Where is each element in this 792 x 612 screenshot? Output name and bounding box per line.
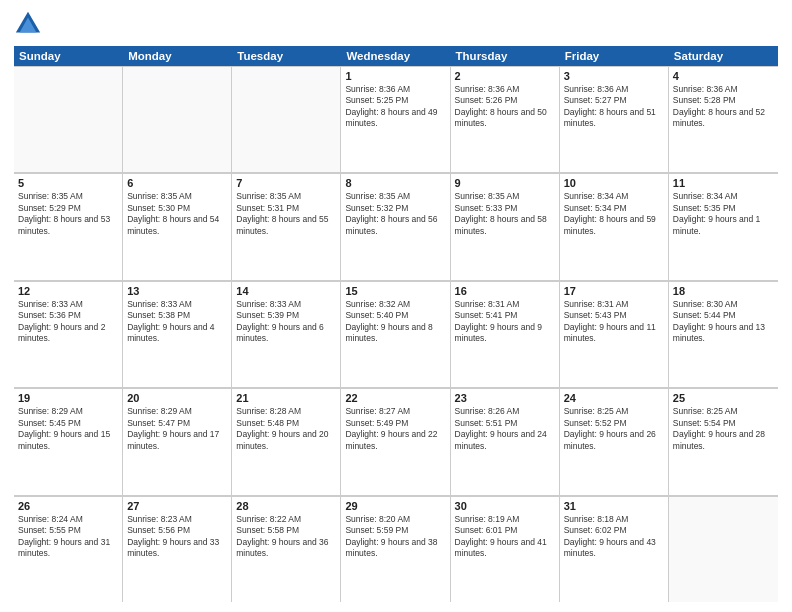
- cell-info: Sunrise: 8:31 AM Sunset: 5:41 PM Dayligh…: [455, 299, 555, 345]
- calendar-cell: 29Sunrise: 8:20 AM Sunset: 5:59 PM Dayli…: [341, 496, 450, 602]
- calendar-cell: 4Sunrise: 8:36 AM Sunset: 5:28 PM Daylig…: [669, 66, 778, 172]
- calendar-cell: 13Sunrise: 8:33 AM Sunset: 5:38 PM Dayli…: [123, 281, 232, 387]
- day-number: 17: [564, 285, 664, 297]
- day-number: 4: [673, 70, 774, 82]
- cell-info: Sunrise: 8:33 AM Sunset: 5:36 PM Dayligh…: [18, 299, 118, 345]
- calendar-cell: 18Sunrise: 8:30 AM Sunset: 5:44 PM Dayli…: [669, 281, 778, 387]
- day-number: 7: [236, 177, 336, 189]
- weekday-header: Wednesday: [341, 46, 450, 66]
- calendar-cell: [14, 66, 123, 172]
- calendar-cell: 16Sunrise: 8:31 AM Sunset: 5:41 PM Dayli…: [451, 281, 560, 387]
- page: SundayMondayTuesdayWednesdayThursdayFrid…: [0, 0, 792, 612]
- cell-info: Sunrise: 8:36 AM Sunset: 5:26 PM Dayligh…: [455, 84, 555, 130]
- weekday-header: Tuesday: [232, 46, 341, 66]
- logo: [14, 10, 46, 38]
- day-number: 14: [236, 285, 336, 297]
- day-number: 23: [455, 392, 555, 404]
- cell-info: Sunrise: 8:24 AM Sunset: 5:55 PM Dayligh…: [18, 514, 118, 560]
- cell-info: Sunrise: 8:25 AM Sunset: 5:52 PM Dayligh…: [564, 406, 664, 452]
- day-number: 31: [564, 500, 664, 512]
- weekday-header: Friday: [560, 46, 669, 66]
- calendar-row: 1Sunrise: 8:36 AM Sunset: 5:25 PM Daylig…: [14, 66, 778, 173]
- cell-info: Sunrise: 8:22 AM Sunset: 5:58 PM Dayligh…: [236, 514, 336, 560]
- day-number: 2: [455, 70, 555, 82]
- day-number: 22: [345, 392, 445, 404]
- calendar-cell: 28Sunrise: 8:22 AM Sunset: 5:58 PM Dayli…: [232, 496, 341, 602]
- cell-info: Sunrise: 8:28 AM Sunset: 5:48 PM Dayligh…: [236, 406, 336, 452]
- cell-info: Sunrise: 8:30 AM Sunset: 5:44 PM Dayligh…: [673, 299, 774, 345]
- day-number: 27: [127, 500, 227, 512]
- cell-info: Sunrise: 8:26 AM Sunset: 5:51 PM Dayligh…: [455, 406, 555, 452]
- weekday-header: Monday: [123, 46, 232, 66]
- cell-info: Sunrise: 8:31 AM Sunset: 5:43 PM Dayligh…: [564, 299, 664, 345]
- calendar-cell: 30Sunrise: 8:19 AM Sunset: 6:01 PM Dayli…: [451, 496, 560, 602]
- calendar-cell: 25Sunrise: 8:25 AM Sunset: 5:54 PM Dayli…: [669, 388, 778, 494]
- day-number: 15: [345, 285, 445, 297]
- calendar: SundayMondayTuesdayWednesdayThursdayFrid…: [14, 46, 778, 602]
- day-number: 30: [455, 500, 555, 512]
- calendar-cell: 12Sunrise: 8:33 AM Sunset: 5:36 PM Dayli…: [14, 281, 123, 387]
- calendar-cell: 21Sunrise: 8:28 AM Sunset: 5:48 PM Dayli…: [232, 388, 341, 494]
- cell-info: Sunrise: 8:32 AM Sunset: 5:40 PM Dayligh…: [345, 299, 445, 345]
- day-number: 5: [18, 177, 118, 189]
- day-number: 26: [18, 500, 118, 512]
- calendar-cell: 1Sunrise: 8:36 AM Sunset: 5:25 PM Daylig…: [341, 66, 450, 172]
- cell-info: Sunrise: 8:29 AM Sunset: 5:47 PM Dayligh…: [127, 406, 227, 452]
- day-number: 9: [455, 177, 555, 189]
- calendar-cell: 22Sunrise: 8:27 AM Sunset: 5:49 PM Dayli…: [341, 388, 450, 494]
- cell-info: Sunrise: 8:35 AM Sunset: 5:29 PM Dayligh…: [18, 191, 118, 237]
- day-number: 25: [673, 392, 774, 404]
- day-number: 28: [236, 500, 336, 512]
- cell-info: Sunrise: 8:33 AM Sunset: 5:39 PM Dayligh…: [236, 299, 336, 345]
- calendar-cell: 6Sunrise: 8:35 AM Sunset: 5:30 PM Daylig…: [123, 173, 232, 279]
- cell-info: Sunrise: 8:33 AM Sunset: 5:38 PM Dayligh…: [127, 299, 227, 345]
- calendar-cell: 24Sunrise: 8:25 AM Sunset: 5:52 PM Dayli…: [560, 388, 669, 494]
- calendar-cell: 7Sunrise: 8:35 AM Sunset: 5:31 PM Daylig…: [232, 173, 341, 279]
- cell-info: Sunrise: 8:35 AM Sunset: 5:32 PM Dayligh…: [345, 191, 445, 237]
- day-number: 16: [455, 285, 555, 297]
- weekday-header: Thursday: [451, 46, 560, 66]
- calendar-cell: 19Sunrise: 8:29 AM Sunset: 5:45 PM Dayli…: [14, 388, 123, 494]
- calendar-cell: 8Sunrise: 8:35 AM Sunset: 5:32 PM Daylig…: [341, 173, 450, 279]
- day-number: 11: [673, 177, 774, 189]
- cell-info: Sunrise: 8:27 AM Sunset: 5:49 PM Dayligh…: [345, 406, 445, 452]
- cell-info: Sunrise: 8:35 AM Sunset: 5:33 PM Dayligh…: [455, 191, 555, 237]
- calendar-row: 12Sunrise: 8:33 AM Sunset: 5:36 PM Dayli…: [14, 281, 778, 388]
- calendar-cell: 27Sunrise: 8:23 AM Sunset: 5:56 PM Dayli…: [123, 496, 232, 602]
- calendar-cell: 31Sunrise: 8:18 AM Sunset: 6:02 PM Dayli…: [560, 496, 669, 602]
- calendar-cell: 10Sunrise: 8:34 AM Sunset: 5:34 PM Dayli…: [560, 173, 669, 279]
- calendar-cell: 23Sunrise: 8:26 AM Sunset: 5:51 PM Dayli…: [451, 388, 560, 494]
- calendar-cell: 11Sunrise: 8:34 AM Sunset: 5:35 PM Dayli…: [669, 173, 778, 279]
- cell-info: Sunrise: 8:36 AM Sunset: 5:28 PM Dayligh…: [673, 84, 774, 130]
- day-number: 19: [18, 392, 118, 404]
- cell-info: Sunrise: 8:25 AM Sunset: 5:54 PM Dayligh…: [673, 406, 774, 452]
- day-number: 6: [127, 177, 227, 189]
- calendar-cell: 26Sunrise: 8:24 AM Sunset: 5:55 PM Dayli…: [14, 496, 123, 602]
- calendar-cell: [669, 496, 778, 602]
- calendar-cell: [123, 66, 232, 172]
- cell-info: Sunrise: 8:36 AM Sunset: 5:25 PM Dayligh…: [345, 84, 445, 130]
- calendar-cell: [232, 66, 341, 172]
- cell-info: Sunrise: 8:35 AM Sunset: 5:30 PM Dayligh…: [127, 191, 227, 237]
- calendar-body: 1Sunrise: 8:36 AM Sunset: 5:25 PM Daylig…: [14, 66, 778, 602]
- calendar-cell: 14Sunrise: 8:33 AM Sunset: 5:39 PM Dayli…: [232, 281, 341, 387]
- day-number: 12: [18, 285, 118, 297]
- cell-info: Sunrise: 8:23 AM Sunset: 5:56 PM Dayligh…: [127, 514, 227, 560]
- day-number: 1: [345, 70, 445, 82]
- calendar-cell: 5Sunrise: 8:35 AM Sunset: 5:29 PM Daylig…: [14, 173, 123, 279]
- cell-info: Sunrise: 8:20 AM Sunset: 5:59 PM Dayligh…: [345, 514, 445, 560]
- day-number: 10: [564, 177, 664, 189]
- day-number: 18: [673, 285, 774, 297]
- calendar-header: SundayMondayTuesdayWednesdayThursdayFrid…: [14, 46, 778, 66]
- calendar-cell: 9Sunrise: 8:35 AM Sunset: 5:33 PM Daylig…: [451, 173, 560, 279]
- cell-info: Sunrise: 8:35 AM Sunset: 5:31 PM Dayligh…: [236, 191, 336, 237]
- day-number: 8: [345, 177, 445, 189]
- weekday-header: Saturday: [669, 46, 778, 66]
- calendar-row: 5Sunrise: 8:35 AM Sunset: 5:29 PM Daylig…: [14, 173, 778, 280]
- calendar-row: 19Sunrise: 8:29 AM Sunset: 5:45 PM Dayli…: [14, 388, 778, 495]
- day-number: 24: [564, 392, 664, 404]
- cell-info: Sunrise: 8:34 AM Sunset: 5:34 PM Dayligh…: [564, 191, 664, 237]
- calendar-cell: 2Sunrise: 8:36 AM Sunset: 5:26 PM Daylig…: [451, 66, 560, 172]
- calendar-cell: 17Sunrise: 8:31 AM Sunset: 5:43 PM Dayli…: [560, 281, 669, 387]
- calendar-cell: 20Sunrise: 8:29 AM Sunset: 5:47 PM Dayli…: [123, 388, 232, 494]
